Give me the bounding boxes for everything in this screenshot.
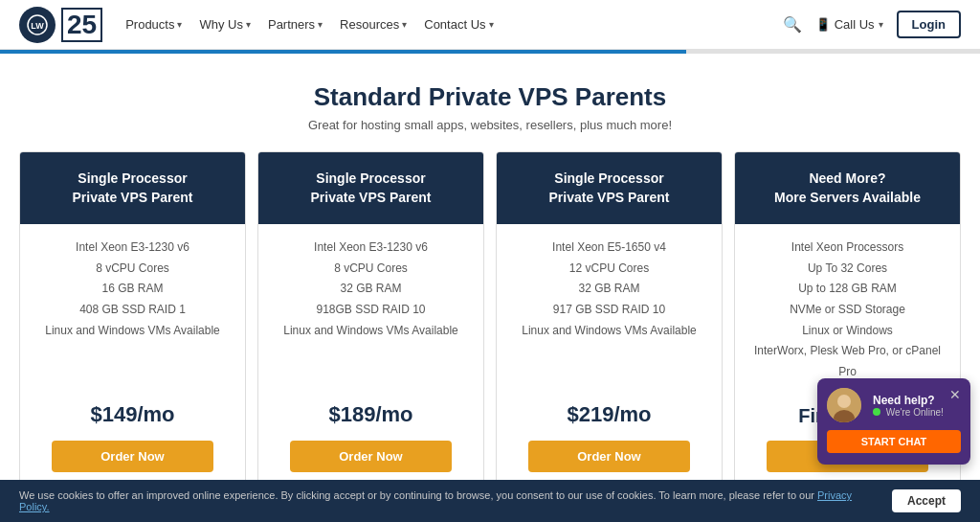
card-spec: Linux and Windows VMs Available	[508, 321, 710, 342]
card-body-0: Intel Xeon E3-1230 v68 vCPU Cores16 GB R…	[20, 224, 245, 393]
card-body-1: Intel Xeon E3-1230 v68 vCPU Cores32 GB R…	[258, 224, 483, 393]
card-button-1[interactable]: Order Now	[290, 441, 452, 472]
svg-point-3	[837, 395, 851, 408]
chat-text: Need help? We're Online!	[873, 394, 944, 418]
chat-close-button[interactable]: ✕	[949, 388, 961, 401]
nav-links: Products ▾ Why Us ▾ Partners ▾ Resources…	[125, 17, 493, 32]
card-spec: 32 GB RAM	[270, 279, 472, 300]
chat-avatar	[827, 388, 861, 422]
card-button-2[interactable]: Order Now	[528, 441, 690, 472]
card-spec: Up to 128 GB RAM	[746, 279, 948, 300]
card-spec: Linux and Windows VMs Available	[270, 321, 472, 342]
card-2: Single ProcessorPrivate VPS Parent Intel…	[496, 151, 723, 488]
standard-section-header: Standard Private VPS Parents Great for h…	[19, 82, 961, 132]
phone-icon: 📱	[815, 17, 831, 32]
card-body-3: Intel Xeon ProcessorsUp To 32 CoresUp to…	[735, 224, 960, 396]
card-spec: 408 GB SSD RAID 1	[32, 300, 234, 321]
card-1: Single ProcessorPrivate VPS Parent Intel…	[257, 151, 484, 488]
card-spec: 917 GB SSD RAID 10	[508, 300, 710, 321]
chat-need-help-label: Need help?	[873, 394, 944, 407]
card-spec: Intel Xeon E5-1650 v4	[508, 238, 710, 259]
start-chat-button[interactable]: START CHAT	[827, 430, 961, 453]
cookie-text: We use cookies to offer an improved onli…	[19, 489, 873, 512]
nav-resources[interactable]: Resources ▾	[340, 17, 407, 32]
card-spec: Linux or Windows	[746, 321, 948, 342]
cookie-accept-button[interactable]: Accept	[892, 489, 961, 512]
card-body-2: Intel Xeon E5-1650 v412 vCPU Cores32 GB …	[497, 224, 722, 393]
card-spec: 8 vCPU Cores	[32, 259, 234, 280]
card-spec: 8 vCPU Cores	[270, 259, 472, 280]
card-spec: Intel Xeon Processors	[746, 238, 948, 259]
card-spec: 32 GB RAM	[508, 279, 710, 300]
card-spec: NVMe or SSD Storage	[746, 300, 948, 321]
card-spec: Intel Xeon E3-1230 v6	[270, 238, 472, 259]
card-spec: InterWorx, Plesk Web Pro, or cPanel Pro	[746, 341, 948, 382]
nav-contact-us[interactable]: Contact Us ▾	[424, 17, 493, 32]
svg-text:LW: LW	[31, 21, 44, 31]
card-price-1: $189/mo	[258, 393, 483, 431]
navbar-logo: LW 25	[19, 7, 102, 43]
card-price-0: $149/mo	[20, 393, 245, 431]
navbar: LW 25 Products ▾ Why Us ▾ Partners ▾ Res…	[0, 0, 980, 50]
card-header-1: Single ProcessorPrivate VPS Parent	[258, 152, 483, 224]
card-header-2: Single ProcessorPrivate VPS Parent	[497, 152, 722, 224]
chat-header: Need help? We're Online! ✕	[827, 388, 961, 422]
standard-section-subtitle: Great for hosting small apps, websites, …	[19, 118, 961, 132]
standard-section-title: Standard Private VPS Parents	[19, 82, 961, 112]
cookie-bar: We use cookies to offer an improved onli…	[0, 480, 980, 522]
logo-icon: LW	[19, 7, 56, 43]
card-spec: Up To 32 Cores	[746, 259, 948, 280]
search-icon[interactable]: 🔍	[783, 15, 802, 34]
navbar-left: LW 25 Products ▾ Why Us ▾ Partners ▾ Res…	[19, 7, 494, 43]
card-spec: Intel Xeon E3-1230 v6	[32, 238, 234, 259]
login-button[interactable]: Login	[897, 11, 961, 38]
navbar-right: 🔍 📱 Call Us ▾ Login	[783, 11, 961, 38]
nav-products[interactable]: Products ▾	[125, 17, 182, 32]
card-button-0[interactable]: Order Now	[52, 441, 213, 472]
online-dot-icon	[873, 408, 880, 416]
logo-25-badge: 25	[61, 8, 102, 42]
card-price-2: $219/mo	[497, 393, 722, 431]
nav-why-us[interactable]: Why Us ▾	[199, 17, 251, 32]
card-0: Single ProcessorPrivate VPS Parent Intel…	[19, 151, 246, 488]
card-spec: 16 GB RAM	[32, 279, 234, 300]
chat-widget: Need help? We're Online! ✕ START CHAT	[817, 378, 970, 465]
chat-online-status: We're Online!	[873, 407, 944, 418]
card-header-3: Need More?More Servers Available	[735, 152, 960, 224]
card-spec: Linux and Windows VMs Available	[32, 321, 234, 342]
nav-partners[interactable]: Partners ▾	[268, 17, 323, 32]
card-header-0: Single ProcessorPrivate VPS Parent	[20, 152, 245, 224]
card-spec: 12 vCPU Cores	[508, 259, 710, 280]
card-spec: 918GB SSD RAID 10	[270, 300, 472, 321]
call-us-button[interactable]: 📱 Call Us ▾	[815, 17, 883, 32]
